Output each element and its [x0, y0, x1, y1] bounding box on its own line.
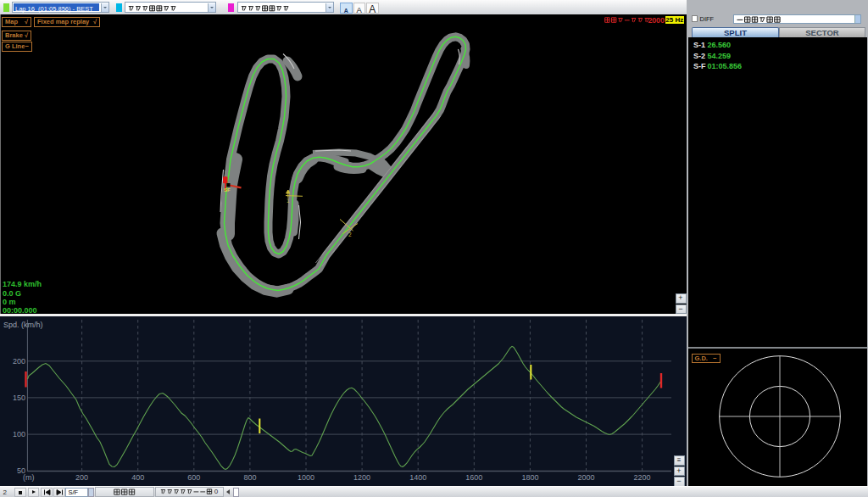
svg-text:(m): (m)	[23, 473, 35, 482]
svg-text:2200: 2200	[634, 473, 651, 482]
svg-text:100: 100	[13, 430, 25, 438]
svg-text:2: 2	[348, 232, 352, 237]
svg-text:1000: 1000	[298, 473, 314, 482]
svg-text:SF: SF	[224, 187, 231, 193]
svg-text:150: 150	[13, 394, 25, 402]
svg-text:1800: 1800	[521, 473, 538, 482]
svg-text:Spd. (km/h): Spd. (km/h)	[3, 321, 43, 329]
svg-text:400: 400	[131, 473, 144, 482]
svg-text:1400: 1400	[409, 473, 426, 482]
svg-text:1600: 1600	[465, 473, 482, 482]
svg-text:800: 800	[243, 473, 256, 482]
svg-text:1200: 1200	[353, 473, 370, 482]
svg-text:2000: 2000	[577, 473, 594, 482]
svg-text:200: 200	[75, 473, 88, 482]
svg-text:600: 600	[187, 473, 200, 482]
svg-text:200: 200	[13, 357, 25, 366]
svg-text:1: 1	[287, 198, 290, 204]
